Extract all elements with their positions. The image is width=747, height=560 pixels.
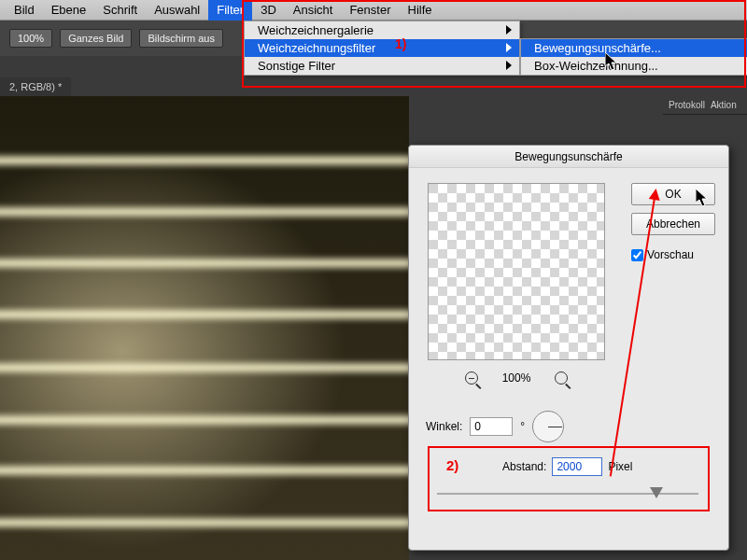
motion-blur-dialog: Bewegungsunschärfe 100% OK Abbrechen Vor… bbox=[408, 145, 729, 551]
submenu-arrow-icon bbox=[506, 43, 512, 52]
angle-degree: ° bbox=[520, 420, 525, 433]
dd-weichzeichnergalerie[interactable]: Weichzeichnergalerie bbox=[245, 21, 519, 39]
preview-checkbox[interactable] bbox=[631, 249, 643, 261]
light-streak bbox=[0, 359, 409, 376]
distance-slider[interactable] bbox=[437, 485, 698, 502]
dd-bewegungsunschaerfe[interactable]: Bewegungsunschärfe... bbox=[521, 39, 747, 57]
menu-ebene[interactable]: Ebene bbox=[43, 0, 95, 21]
distance-label: Abstand: bbox=[502, 460, 546, 473]
zoom-in-icon[interactable] bbox=[555, 371, 568, 385]
distance-unit: Pixel bbox=[608, 460, 632, 473]
submenu-arrow-icon bbox=[506, 25, 512, 35]
menu-ansicht[interactable]: Ansicht bbox=[285, 0, 342, 21]
dd-label: Sonstige Filter bbox=[258, 59, 335, 73]
menu-filter[interactable]: Filter bbox=[208, 0, 252, 21]
canvas-area[interactable] bbox=[0, 96, 409, 560]
zoom-value: 100% bbox=[502, 371, 531, 385]
screen-button[interactable]: Bildschirm aus bbox=[139, 29, 223, 48]
light-streak bbox=[0, 152, 409, 169]
preview-area[interactable] bbox=[428, 183, 605, 360]
filter-dropdown[interactable]: Weichzeichnergalerie Weichzeichnungsfilt… bbox=[244, 21, 520, 76]
menu-bild[interactable]: Bild bbox=[6, 0, 43, 21]
slider-thumb[interactable] bbox=[650, 487, 663, 498]
dd-label: Bewegungsunschärfe... bbox=[534, 41, 661, 55]
dialog-buttons: OK Abbrechen Vorschau bbox=[631, 183, 715, 261]
zoom-controls: 100% bbox=[428, 368, 605, 388]
light-streak bbox=[0, 462, 409, 479]
angle-input[interactable] bbox=[470, 417, 513, 436]
angle-label: Winkel: bbox=[426, 420, 462, 433]
dd-label: Weichzeichnungsfilter bbox=[258, 41, 375, 55]
light-streak bbox=[0, 203, 409, 220]
document-tab[interactable]: 2, RGB/8) * bbox=[0, 77, 71, 96]
fit-button[interactable]: Ganzes Bild bbox=[60, 29, 132, 48]
preview-checkbox-row[interactable]: Vorschau bbox=[631, 248, 715, 261]
submenu-arrow-icon bbox=[506, 61, 512, 70]
light-streak bbox=[0, 412, 409, 428]
dd-box-weichzeichnung[interactable]: Box-Weichzeichnung... bbox=[521, 57, 747, 75]
light-streak bbox=[0, 255, 409, 272]
dd-label: Box-Weichzeichnung... bbox=[534, 59, 658, 73]
panel-tab-protokoll[interactable]: Protokoll bbox=[669, 100, 705, 110]
panel-tab-aktion[interactable]: Aktion bbox=[711, 100, 737, 110]
light-streak bbox=[0, 306, 409, 323]
zoom-level[interactable]: 100% bbox=[9, 29, 52, 48]
menu-hilfe[interactable]: Hilfe bbox=[400, 0, 441, 21]
zoom-out-icon[interactable] bbox=[465, 371, 478, 385]
light-streak bbox=[0, 514, 409, 531]
dd-label: Weichzeichnergalerie bbox=[258, 23, 374, 37]
preview-checkbox-label: Vorschau bbox=[647, 248, 694, 261]
dd-weichzeichnungsfilter[interactable]: Weichzeichnungsfilter bbox=[245, 39, 519, 57]
dd-sonstige-filter[interactable]: Sonstige Filter bbox=[245, 57, 519, 75]
menu-3d[interactable]: 3D bbox=[252, 0, 285, 21]
right-panel-tabs: Protokoll Aktion bbox=[663, 96, 747, 115]
distance-input[interactable] bbox=[552, 457, 602, 476]
blur-submenu[interactable]: Bewegungsunschärfe... Box-Weichzeichnung… bbox=[520, 38, 747, 76]
annotation-step-2: 2) bbox=[446, 457, 458, 473]
cancel-button[interactable]: Abbrechen bbox=[631, 213, 715, 235]
angle-row: Winkel: ° bbox=[426, 411, 564, 442]
angle-dial[interactable] bbox=[532, 411, 564, 442]
annotation-step-1: 1) bbox=[395, 36, 406, 51]
menu-auswahl[interactable]: Auswahl bbox=[146, 0, 208, 21]
ok-button[interactable]: OK bbox=[631, 183, 715, 205]
dialog-title: Bewegungsunschärfe bbox=[409, 146, 728, 168]
menubar: Bild Ebene Schrift Auswahl Filter 3D Ans… bbox=[0, 0, 747, 21]
menu-fenster[interactable]: Fenster bbox=[341, 0, 399, 21]
distance-row: Abstand: Pixel bbox=[502, 457, 632, 476]
menu-schrift[interactable]: Schrift bbox=[94, 0, 146, 21]
